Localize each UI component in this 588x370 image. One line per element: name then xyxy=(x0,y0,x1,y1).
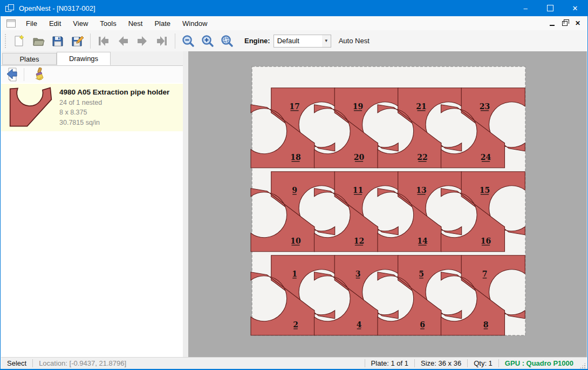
part-number: 24 xyxy=(481,153,491,162)
zoom-out-icon xyxy=(181,34,195,48)
title-bar: OpenNest - [N0317-002] – ✕ xyxy=(1,0,587,16)
part-number: 9 xyxy=(292,186,297,194)
part-number: 14 xyxy=(417,237,428,245)
menu-window[interactable]: Window xyxy=(176,16,213,30)
menu-file[interactable]: File xyxy=(20,16,43,30)
nest-canvas[interactable]: 171819202122232491011121314151612345678 xyxy=(188,51,587,358)
go-next-button[interactable] xyxy=(133,32,152,50)
menu-bar: File Edit View Tools Nest Plate Window ✕ xyxy=(1,16,587,30)
tab-drawings[interactable]: Drawings xyxy=(57,52,111,65)
maximize-button[interactable] xyxy=(538,0,563,16)
part-number: 16 xyxy=(481,237,491,245)
part-number: 18 xyxy=(290,153,300,162)
maximize-icon xyxy=(547,5,553,11)
status-plate: Plate: 1 of 1 xyxy=(365,359,414,367)
engine-value: Default xyxy=(274,37,322,45)
part-number: 12 xyxy=(354,237,364,245)
drawing-nested-count: 24 of 1 nested xyxy=(59,99,169,106)
window-title: OpenNest - [N0317-002] xyxy=(19,4,95,12)
save-button[interactable] xyxy=(48,32,67,50)
go-last-icon xyxy=(155,35,169,48)
part-number: 15 xyxy=(480,186,490,194)
clean-button[interactable] xyxy=(29,67,47,82)
go-first-button[interactable] xyxy=(94,32,113,50)
save-as-icon xyxy=(71,35,84,48)
part-number: 10 xyxy=(290,237,301,245)
go-last-button[interactable] xyxy=(152,32,172,50)
part-number: 20 xyxy=(354,153,365,162)
zoom-in-icon xyxy=(201,34,215,48)
status-qty: Qty: 1 xyxy=(468,359,498,367)
sidebar-tabstrip: Plates Drawings xyxy=(1,51,183,66)
sidebar-toolbar xyxy=(1,66,183,83)
part-thumbnail xyxy=(8,86,54,129)
main-toolbar: Engine: Default ▼ Auto Nest xyxy=(1,30,587,52)
zoom-fit-button[interactable] xyxy=(217,32,237,50)
menu-view[interactable]: View xyxy=(67,16,94,30)
status-gpu: GPU : Quadro P1000 xyxy=(499,359,579,367)
go-previous-button[interactable] xyxy=(113,32,133,50)
mdi-restore-button[interactable] xyxy=(562,21,568,26)
part-number: 5 xyxy=(419,270,424,278)
part-number: 1 xyxy=(292,270,297,278)
tab-plates[interactable]: Plates xyxy=(2,53,57,65)
drawing-dimensions: 8 x 8.375 xyxy=(59,109,169,116)
part-number: 7 xyxy=(482,270,488,278)
resize-grip[interactable] xyxy=(579,362,586,369)
panel-splitter[interactable] xyxy=(183,51,188,358)
minimize-button[interactable]: – xyxy=(513,0,538,16)
app-icon xyxy=(5,4,14,12)
open-button[interactable] xyxy=(29,32,48,50)
nest-drawing: 171819202122232491011121314151612345678 xyxy=(188,51,587,358)
part-number: 4 xyxy=(357,320,362,329)
mdi-close-button[interactable]: ✕ xyxy=(575,19,580,27)
drawing-list-item[interactable]: 4980 A05 Extraction pipe holder 24 of 1 … xyxy=(1,84,183,131)
part-number: 2 xyxy=(293,320,298,329)
status-size: Size: 36 x 36 xyxy=(415,359,467,367)
chevron-down-icon: ▼ xyxy=(322,35,331,47)
auto-nest-label[interactable]: Auto Nest xyxy=(339,37,370,45)
drawing-area: 30.7815 sq/in xyxy=(59,119,169,126)
menu-plate[interactable]: Plate xyxy=(148,16,176,30)
menu-nest[interactable]: Nest xyxy=(122,16,149,30)
part-number: 13 xyxy=(416,186,426,194)
go-first-icon xyxy=(97,35,111,48)
part-number: 3 xyxy=(355,270,361,278)
part-number: 21 xyxy=(416,102,426,111)
go-next-icon xyxy=(135,35,149,48)
toolbar-grip[interactable] xyxy=(4,34,6,48)
save-icon xyxy=(51,35,64,48)
close-button[interactable]: ✕ xyxy=(563,0,587,16)
part-number: 17 xyxy=(289,102,299,111)
part-number: 11 xyxy=(353,186,363,194)
menu-edit[interactable]: Edit xyxy=(43,16,67,30)
new-button[interactable] xyxy=(9,32,29,50)
status-mode: Select xyxy=(1,359,32,367)
open-folder-icon xyxy=(32,35,45,48)
mdi-minimize-button[interactable] xyxy=(550,25,555,26)
part-thumbnail-shape xyxy=(10,88,52,126)
status-location: Location: [-0.9437, 21.8796] xyxy=(33,359,132,367)
part-number: 8 xyxy=(483,320,489,329)
zoom-out-button[interactable] xyxy=(179,32,198,50)
part-number: 6 xyxy=(420,320,425,329)
zoom-fit-icon xyxy=(220,34,234,48)
broom-icon xyxy=(31,68,45,82)
load-drawing-button[interactable] xyxy=(3,67,22,82)
engine-label: Engine: xyxy=(244,37,270,45)
go-previous-icon xyxy=(116,35,130,48)
sidebar: Plates Drawings xyxy=(1,51,183,358)
document-icon[interactable] xyxy=(6,19,16,28)
status-bar: Select Location: [-0.9437, 21.8796] Plat… xyxy=(1,357,587,369)
engine-select[interactable]: Default ▼ xyxy=(274,35,331,48)
app-window: OpenNest - [N0317-002] – ✕ File Edit Vie… xyxy=(0,0,588,370)
part-number: 23 xyxy=(480,102,490,111)
save-as-button[interactable] xyxy=(67,32,87,50)
menu-tools[interactable]: Tools xyxy=(94,16,122,30)
load-drawing-icon xyxy=(5,68,19,82)
drawing-title: 4980 A05 Extraction pipe holder xyxy=(59,88,169,96)
new-document-icon xyxy=(12,35,25,48)
part-number: 19 xyxy=(353,102,363,111)
zoom-in-button[interactable] xyxy=(198,32,217,50)
part-number: 22 xyxy=(417,153,427,162)
